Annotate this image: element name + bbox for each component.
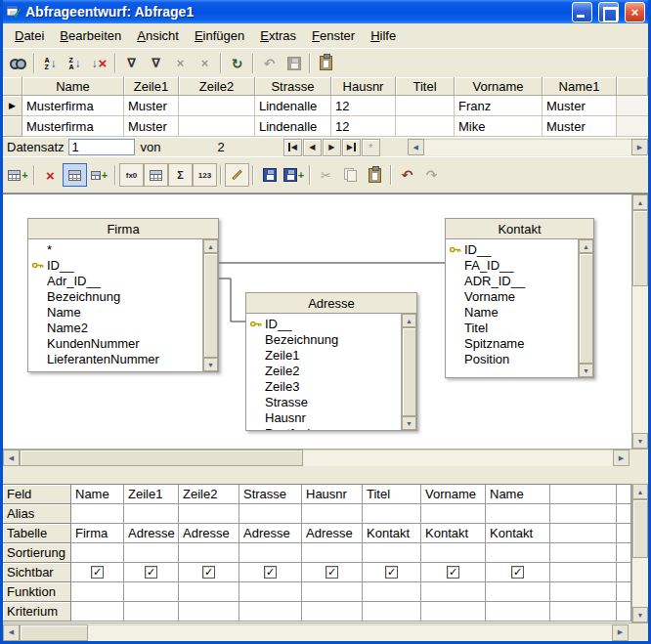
tabelle-cell[interactable]: Kontakt: [363, 524, 421, 543]
cell[interactable]: 12: [331, 96, 396, 116]
tabelle-cell[interactable]: Kontakt: [421, 524, 486, 543]
field-item[interactable]: KundenNummer: [28, 335, 202, 351]
kriterium-cell[interactable]: [239, 602, 302, 622]
alias-cell[interactable]: [486, 504, 550, 524]
sichtbar-cell[interactable]: [617, 563, 631, 582]
field-item[interactable]: Zeile1: [246, 347, 401, 363]
field-item[interactable]: FA_ID__: [446, 257, 578, 273]
field-item[interactable]: ID__: [246, 316, 401, 331]
column-header-zeile2[interactable]: Zeile2: [179, 77, 255, 96]
filter-button[interactable]: ∇: [119, 52, 144, 75]
field-item[interactable]: Hausnr: [246, 409, 401, 425]
funktion-cell[interactable]: [124, 582, 179, 602]
show-table-names-toggle[interactable]: [144, 163, 168, 187]
refresh-button[interactable]: ↻: [225, 52, 249, 75]
scroll-left-button[interactable]: ◀: [3, 450, 20, 466]
save-as-button[interactable]: +: [282, 163, 306, 187]
cell[interactable]: [179, 116, 255, 137]
column-header-titel[interactable]: Titel: [396, 77, 455, 96]
remove-sort-button[interactable]: ↓ ×: [87, 52, 111, 75]
scroll-down-button[interactable]: ▼: [632, 433, 648, 449]
cell[interactable]: Muster: [542, 96, 617, 116]
redo-button[interactable]: ↷: [419, 163, 444, 187]
alias-cell[interactable]: [617, 504, 631, 524]
add-table-button[interactable]: +: [6, 163, 30, 187]
kriterium-cell[interactable]: [71, 602, 124, 622]
sortierung-cell[interactable]: [486, 543, 550, 563]
scrollbar-track[interactable]: [632, 558, 648, 607]
cell[interactable]: [396, 116, 455, 137]
scroll-up-button[interactable]: ▲: [632, 194, 648, 210]
alias-cell[interactable]: [179, 504, 239, 524]
cell[interactable]: Lindenalle: [255, 96, 331, 116]
row-selector[interactable]: [3, 116, 22, 137]
column-header-hausnr[interactable]: Hausnr: [331, 77, 396, 96]
sortierung-cell[interactable]: [550, 543, 617, 563]
scroll-down-button[interactable]: ▼: [203, 358, 218, 371]
first-record-button[interactable]: ◀: [283, 139, 302, 156]
cell[interactable]: Franz: [455, 96, 542, 116]
field-item[interactable]: Postfach: [246, 425, 401, 430]
column-header-zeile1[interactable]: Zeile1: [124, 77, 179, 96]
field-list-scrollbar[interactable]: ▲ ▼: [202, 239, 218, 371]
delete-button[interactable]: ×: [38, 163, 63, 187]
last-record-button[interactable]: ▶: [342, 139, 361, 156]
field-item[interactable]: *: [28, 241, 202, 257]
scrollbar-track[interactable]: [88, 624, 612, 641]
sort-ascending-button[interactable]: AZ ↓: [38, 52, 63, 75]
close-button[interactable]: ×: [625, 2, 645, 22]
sichtbar-checkbox[interactable]: ✓: [447, 566, 459, 579]
sichtbar-cell[interactable]: [550, 563, 617, 582]
tabelle-cell[interactable]: Adresse: [179, 524, 239, 543]
field-item[interactable]: Spitzname: [446, 335, 578, 351]
alias-cell[interactable]: [124, 504, 179, 524]
tabelle-cell[interactable]: [617, 524, 631, 543]
undo-button[interactable]: ↶: [395, 163, 419, 187]
scroll-up-button[interactable]: ▲: [632, 484, 648, 499]
scrollbar-thumb[interactable]: [579, 253, 593, 364]
field-list-adresse[interactable]: Adresse ID__ Bezeichnung Zeile1 Zeile2 Z…: [245, 292, 417, 431]
sichtbar-checkbox[interactable]: ✓: [91, 566, 104, 579]
scrollbar-thumb[interactable]: [632, 210, 648, 286]
funktion-cell[interactable]: [71, 582, 124, 602]
field-item[interactable]: Name2: [28, 320, 202, 335]
sortierung-cell[interactable]: [363, 543, 421, 563]
field-item[interactable]: ID__: [446, 241, 578, 257]
canvas-horizontal-scrollbar[interactable]: ◀ ▶: [3, 449, 648, 466]
alias-cell[interactable]: [71, 504, 124, 524]
funktion-cell[interactable]: [617, 582, 631, 602]
show-functions-toggle[interactable]: fx0: [119, 163, 144, 187]
show-totals-toggle[interactable]: Σ: [168, 163, 193, 187]
feld-cell[interactable]: Hausnr: [302, 485, 363, 504]
kriterium-cell[interactable]: [617, 602, 631, 622]
sichtbar-checkbox[interactable]: ✓: [264, 566, 277, 579]
field-list-scrollbar[interactable]: ▲ ▼: [578, 239, 593, 377]
cell[interactable]: [396, 96, 455, 116]
sort-descending-button[interactable]: ZA ↓: [63, 52, 87, 75]
tabelle-cell[interactable]: Adresse: [239, 524, 302, 543]
sichtbar-checkbox[interactable]: ✓: [385, 566, 398, 579]
sichtbar-checkbox[interactable]: ✓: [511, 566, 524, 579]
paste-button-design[interactable]: [363, 163, 387, 187]
scroll-left-button[interactable]: ◀: [408, 139, 424, 155]
scroll-down-button[interactable]: ▼: [579, 364, 593, 377]
tabelle-cell[interactable]: [550, 524, 617, 543]
new-record-button[interactable]: *: [362, 139, 380, 156]
kriterium-cell[interactable]: [486, 602, 550, 622]
feld-cell[interactable]: [550, 485, 617, 504]
menu-datei[interactable]: Datei: [7, 25, 52, 46]
sichtbar-checkbox[interactable]: ✓: [202, 566, 215, 579]
sichtbar-checkbox[interactable]: ✓: [326, 566, 338, 579]
cell[interactable]: Mike: [455, 116, 542, 137]
funktion-cell[interactable]: [486, 582, 550, 602]
sortierung-cell[interactable]: [302, 543, 363, 563]
field-item[interactable]: ID__: [28, 257, 202, 273]
funktion-cell[interactable]: [550, 582, 617, 602]
column-header-name1[interactable]: Name1: [542, 77, 617, 96]
cell[interactable]: Muster: [124, 96, 179, 116]
canvas-vertical-scrollbar[interactable]: ▲ ▼: [631, 194, 648, 449]
scroll-up-button[interactable]: ▲: [203, 239, 218, 253]
menu-ansicht[interactable]: Ansicht: [129, 25, 187, 46]
sortierung-cell[interactable]: [71, 543, 124, 563]
menu-bearbeiten[interactable]: Bearbeiten: [52, 25, 129, 46]
